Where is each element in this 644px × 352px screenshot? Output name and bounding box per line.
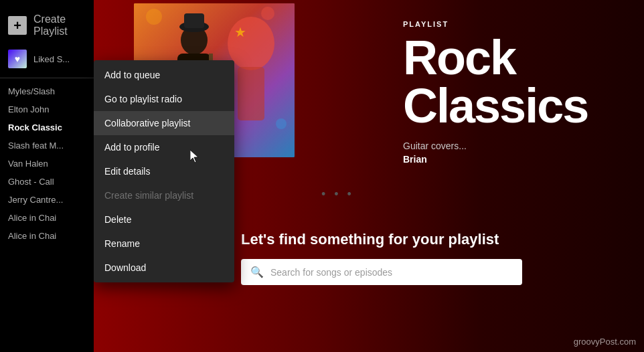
plus-icon: +: [8, 16, 27, 35]
context-menu-download[interactable]: Download: [94, 256, 234, 280]
sidebar-item-van-halen[interactable]: Van Halen: [0, 155, 94, 173]
sidebar-item-slash-feat[interactable]: Slash feat M...: [0, 137, 94, 155]
playlist-owner: Brian: [403, 154, 631, 165]
sidebar-item-rock-classics[interactable]: Rock Classic: [0, 118, 94, 137]
playlist-title: Rock Classics: [403, 33, 631, 130]
sidebar: + Create Playlist ♥ Liked S... Myles/Sla…: [0, 0, 94, 352]
create-playlist-label: Create Playlist: [33, 13, 86, 37]
sidebar-item-myles-slash[interactable]: Myles/Slash: [0, 82, 94, 100]
sidebar-item-elton-john[interactable]: Elton John: [0, 100, 94, 118]
sidebar-divider: [0, 78, 94, 78]
search-input[interactable]: Search for songs or episodes: [270, 267, 392, 278]
sidebar-item-alice-1[interactable]: Alice in Chai: [0, 209, 94, 227]
watermark: groovyPost.com: [574, 337, 636, 347]
context-menu-go-to-playlist-radio[interactable]: Go to playlist radio: [94, 87, 234, 111]
playlist-info: PLAYLIST Rock Classics Guitar covers... …: [403, 20, 631, 165]
context-menu-edit-details[interactable]: Edit details: [94, 159, 234, 183]
context-menu-add-to-profile[interactable]: Add to profile: [94, 135, 234, 159]
svg-point-14: [261, 7, 274, 20]
playlist-description: Guitar covers...: [403, 141, 631, 151]
sidebar-item-alice-2[interactable]: Alice in Chai: [0, 227, 94, 245]
context-menu-rename[interactable]: Rename: [94, 232, 234, 256]
liked-songs-icon: ♥: [8, 50, 27, 68]
playlist-type-label: PLAYLIST: [403, 20, 631, 28]
context-menu-add-to-queue[interactable]: Add to queue: [94, 63, 234, 87]
create-playlist-button[interactable]: + Create Playlist: [0, 7, 94, 44]
svg-rect-8: [184, 13, 204, 28]
svg-point-13: [146, 9, 162, 25]
liked-songs-item[interactable]: ♥ Liked S...: [0, 44, 94, 74]
svg-rect-10: [238, 67, 264, 120]
context-menu-collaborative-playlist[interactable]: Collaborative playlist: [94, 111, 234, 135]
context-menu-delete[interactable]: Delete: [94, 207, 234, 232]
sidebar-item-ghost-call[interactable]: Ghost - Call: [0, 173, 94, 191]
svg-text:★: ★: [234, 25, 246, 39]
search-icon: 🔍: [250, 266, 264, 278]
svg-point-15: [276, 118, 287, 129]
context-menu: Add to queue Go to playlist radio Collab…: [94, 60, 234, 282]
search-bar[interactable]: 🔍 Search for songs or episodes: [241, 259, 522, 285]
find-songs-area: Let's find something for your playlist 🔍…: [241, 231, 631, 285]
context-menu-create-similar-playlist: Create similar playlist: [94, 183, 234, 207]
find-title: Let's find something for your playlist: [241, 231, 631, 248]
sidebar-item-jerry-cantre[interactable]: Jerry Cantre...: [0, 191, 94, 209]
dots-decoration: • • •: [321, 187, 354, 201]
liked-songs-label: Liked S...: [33, 54, 70, 64]
